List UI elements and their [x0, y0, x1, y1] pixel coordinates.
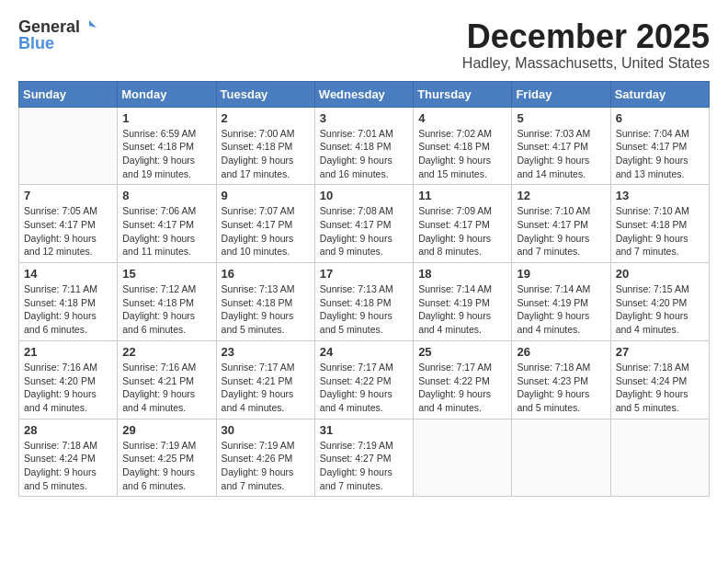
- day-info: Sunrise: 7:15 AMSunset: 4:20 PMDaylight:…: [616, 282, 704, 337]
- logo-general-text: General: [18, 18, 80, 35]
- calendar-cell: [19, 107, 118, 185]
- day-number: 10: [320, 189, 408, 202]
- calendar-cell: 19Sunrise: 7:14 AMSunset: 4:19 PMDayligh…: [512, 263, 610, 341]
- logo: General Blue: [18, 18, 97, 52]
- weekday-header-sunday: Sunday: [19, 81, 118, 107]
- svg-marker-0: [89, 20, 97, 28]
- day-number: 22: [122, 345, 210, 359]
- day-info: Sunrise: 7:10 AMSunset: 4:17 PMDaylight:…: [517, 204, 605, 259]
- calendar-cell: 1Sunrise: 6:59 AMSunset: 4:18 PMDaylight…: [118, 107, 216, 185]
- calendar-cell: 21Sunrise: 7:16 AMSunset: 4:20 PMDayligh…: [19, 340, 118, 419]
- calendar-cell: 10Sunrise: 7:08 AMSunset: 4:17 PMDayligh…: [314, 185, 413, 263]
- day-number: 20: [616, 267, 704, 281]
- day-number: 16: [222, 267, 310, 281]
- day-number: 9: [222, 189, 310, 202]
- weekday-header-wednesday: Wednesday: [314, 81, 413, 107]
- day-number: 29: [122, 423, 210, 437]
- calendar-cell: 5Sunrise: 7:03 AMSunset: 4:17 PMDaylight…: [512, 107, 610, 185]
- day-info: Sunrise: 7:17 AMSunset: 4:22 PMDaylight:…: [320, 361, 408, 415]
- day-number: 5: [517, 111, 605, 125]
- day-number: 30: [222, 423, 310, 437]
- day-number: 3: [320, 111, 408, 125]
- calendar-cell: 23Sunrise: 7:17 AMSunset: 4:21 PMDayligh…: [216, 340, 314, 419]
- weekday-header-tuesday: Tuesday: [216, 81, 314, 107]
- day-info: Sunrise: 7:18 AMSunset: 4:24 PMDaylight:…: [616, 361, 704, 415]
- day-info: Sunrise: 7:09 AMSunset: 4:17 PMDaylight:…: [418, 204, 506, 259]
- calendar-cell: 30Sunrise: 7:19 AMSunset: 4:26 PMDayligh…: [216, 419, 314, 497]
- page-header: General Blue December 2025 Hadley, Massa…: [18, 18, 710, 72]
- calendar-table: SundayMondayTuesdayWednesdayThursdayFrid…: [18, 81, 710, 498]
- day-info: Sunrise: 7:19 AMSunset: 4:26 PMDaylight:…: [222, 439, 310, 493]
- day-number: 27: [616, 345, 704, 359]
- weekday-header-thursday: Thursday: [414, 81, 512, 107]
- calendar-cell: 29Sunrise: 7:19 AMSunset: 4:25 PMDayligh…: [118, 419, 216, 497]
- weekday-header-row: SundayMondayTuesdayWednesdayThursdayFrid…: [19, 81, 710, 107]
- calendar-cell: 24Sunrise: 7:17 AMSunset: 4:22 PMDayligh…: [314, 340, 413, 419]
- day-info: Sunrise: 7:16 AMSunset: 4:20 PMDaylight:…: [24, 361, 112, 415]
- day-number: 1: [122, 111, 210, 125]
- calendar-cell: [414, 419, 512, 497]
- weekday-header-friday: Friday: [512, 81, 610, 107]
- calendar-week-2: 14Sunrise: 7:11 AMSunset: 4:18 PMDayligh…: [19, 263, 710, 341]
- calendar-week-0: 1Sunrise: 6:59 AMSunset: 4:18 PMDaylight…: [19, 107, 710, 185]
- calendar-cell: 2Sunrise: 7:00 AMSunset: 4:18 PMDaylight…: [216, 107, 314, 185]
- calendar-cell: 20Sunrise: 7:15 AMSunset: 4:20 PMDayligh…: [610, 263, 709, 341]
- day-number: 26: [517, 345, 605, 359]
- day-info: Sunrise: 7:19 AMSunset: 4:25 PMDaylight:…: [122, 439, 210, 493]
- day-info: Sunrise: 7:18 AMSunset: 4:24 PMDaylight:…: [24, 439, 112, 493]
- calendar-body: 1Sunrise: 6:59 AMSunset: 4:18 PMDaylight…: [19, 107, 710, 497]
- title-block: December 2025 Hadley, Massachusetts, Uni…: [462, 18, 710, 72]
- day-number: 24: [320, 345, 408, 359]
- day-info: Sunrise: 7:19 AMSunset: 4:27 PMDaylight:…: [320, 439, 408, 493]
- weekday-header-saturday: Saturday: [610, 81, 709, 107]
- calendar-cell: 31Sunrise: 7:19 AMSunset: 4:27 PMDayligh…: [314, 419, 413, 497]
- calendar-cell: 8Sunrise: 7:06 AMSunset: 4:17 PMDaylight…: [118, 185, 216, 263]
- calendar-cell: 6Sunrise: 7:04 AMSunset: 4:17 PMDaylight…: [610, 107, 709, 185]
- day-info: Sunrise: 7:10 AMSunset: 4:18 PMDaylight:…: [616, 204, 704, 259]
- calendar-cell: 13Sunrise: 7:10 AMSunset: 4:18 PMDayligh…: [610, 185, 709, 263]
- day-info: Sunrise: 7:14 AMSunset: 4:19 PMDaylight:…: [517, 282, 605, 337]
- logo-blue-text: Blue: [18, 35, 54, 52]
- day-info: Sunrise: 7:13 AMSunset: 4:18 PMDaylight:…: [222, 282, 310, 337]
- day-info: Sunrise: 7:05 AMSunset: 4:17 PMDaylight:…: [24, 204, 112, 259]
- calendar-cell: 22Sunrise: 7:16 AMSunset: 4:21 PMDayligh…: [118, 340, 216, 419]
- calendar-cell: 12Sunrise: 7:10 AMSunset: 4:17 PMDayligh…: [512, 185, 610, 263]
- day-info: Sunrise: 7:17 AMSunset: 4:22 PMDaylight:…: [418, 361, 506, 415]
- day-number: 28: [24, 423, 112, 437]
- calendar-cell: 26Sunrise: 7:18 AMSunset: 4:23 PMDayligh…: [512, 340, 610, 419]
- day-info: Sunrise: 7:17 AMSunset: 4:21 PMDaylight:…: [222, 361, 310, 415]
- day-info: Sunrise: 7:14 AMSunset: 4:19 PMDaylight:…: [418, 282, 506, 337]
- day-number: 18: [418, 267, 506, 281]
- day-number: 12: [517, 189, 605, 202]
- day-info: Sunrise: 7:00 AMSunset: 4:18 PMDaylight:…: [222, 127, 310, 181]
- calendar-cell: 9Sunrise: 7:07 AMSunset: 4:17 PMDaylight…: [216, 185, 314, 263]
- calendar-week-1: 7Sunrise: 7:05 AMSunset: 4:17 PMDaylight…: [19, 185, 710, 263]
- day-info: Sunrise: 7:16 AMSunset: 4:21 PMDaylight:…: [122, 361, 210, 415]
- calendar-cell: 16Sunrise: 7:13 AMSunset: 4:18 PMDayligh…: [216, 263, 314, 341]
- day-info: Sunrise: 7:06 AMSunset: 4:17 PMDaylight:…: [122, 204, 210, 259]
- calendar-cell: 17Sunrise: 7:13 AMSunset: 4:18 PMDayligh…: [314, 263, 413, 341]
- day-number: 25: [418, 345, 506, 359]
- calendar-cell: 4Sunrise: 7:02 AMSunset: 4:18 PMDaylight…: [414, 107, 512, 185]
- calendar-cell: 3Sunrise: 7:01 AMSunset: 4:18 PMDaylight…: [314, 107, 413, 185]
- calendar-cell: 18Sunrise: 7:14 AMSunset: 4:19 PMDayligh…: [414, 263, 512, 341]
- day-number: 2: [222, 111, 310, 125]
- day-number: 19: [517, 267, 605, 281]
- day-number: 31: [320, 423, 408, 437]
- day-number: 8: [122, 189, 210, 202]
- calendar-week-4: 28Sunrise: 7:18 AMSunset: 4:24 PMDayligh…: [19, 419, 710, 497]
- day-number: 13: [616, 189, 704, 202]
- logo-bird-icon: [82, 18, 97, 33]
- calendar-cell: 28Sunrise: 7:18 AMSunset: 4:24 PMDayligh…: [19, 419, 118, 497]
- calendar-header: SundayMondayTuesdayWednesdayThursdayFrid…: [19, 81, 710, 107]
- location-title: Hadley, Massachusetts, United States: [462, 55, 710, 72]
- day-info: Sunrise: 7:02 AMSunset: 4:18 PMDaylight:…: [418, 127, 506, 181]
- calendar-cell: 14Sunrise: 7:11 AMSunset: 4:18 PMDayligh…: [19, 263, 118, 341]
- day-info: Sunrise: 7:08 AMSunset: 4:17 PMDaylight:…: [320, 204, 408, 259]
- day-info: Sunrise: 7:04 AMSunset: 4:17 PMDaylight:…: [616, 127, 704, 181]
- calendar-cell: [610, 419, 709, 497]
- calendar-cell: 11Sunrise: 7:09 AMSunset: 4:17 PMDayligh…: [414, 185, 512, 263]
- day-number: 11: [418, 189, 506, 202]
- day-number: 17: [320, 267, 408, 281]
- calendar-week-3: 21Sunrise: 7:16 AMSunset: 4:20 PMDayligh…: [19, 340, 710, 419]
